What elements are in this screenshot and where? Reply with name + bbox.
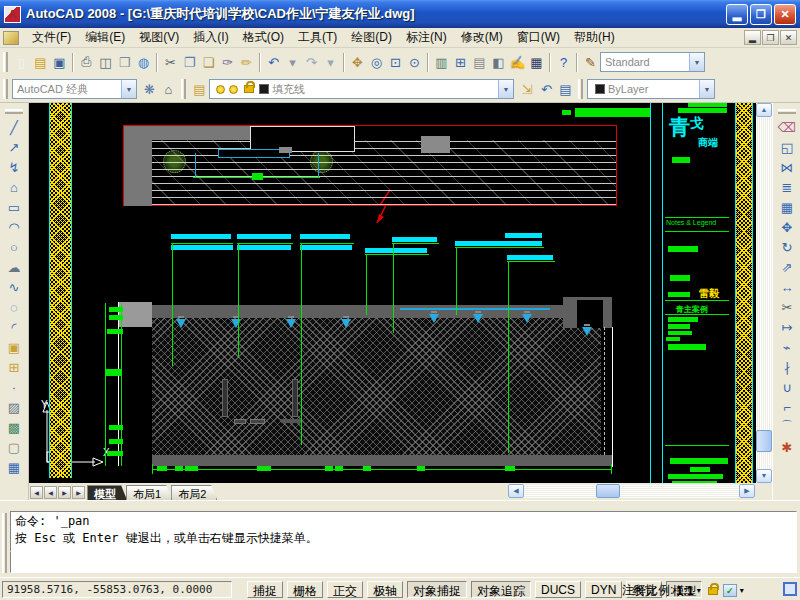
status-toggle[interactable]: 对象捕捉 — [407, 581, 467, 598]
command-window-grip[interactable] — [2, 513, 7, 573]
layer-freeze-icon[interactable] — [229, 85, 238, 94]
layer-previous-icon[interactable]: ↶ — [537, 80, 556, 99]
chevron-down-icon[interactable]: ▼ — [498, 80, 513, 98]
status-toggle[interactable]: 栅格 — [287, 581, 323, 598]
sheetset-manager-icon[interactable]: ◧ — [489, 53, 508, 72]
annotation-scale-value[interactable]: 1:1 — [676, 584, 693, 598]
mdi-restore-button[interactable]: ❐ — [762, 30, 779, 45]
menu-item[interactable]: 插入(I) — [186, 27, 235, 48]
layer-states-icon[interactable]: ▤ — [556, 80, 575, 99]
toolbar-grip[interactable] — [3, 52, 8, 72]
annotation-lock-icon[interactable] — [708, 587, 718, 595]
menu-item[interactable]: 编辑(E) — [78, 27, 132, 48]
cut-icon[interactable]: ✂ — [161, 53, 180, 72]
pan-icon[interactable]: ✥ — [348, 53, 367, 72]
zoom-realtime-icon[interactable]: ◎ — [367, 53, 386, 72]
chevron-down-icon[interactable]: ▼ — [689, 53, 704, 71]
menu-item[interactable]: 绘图(D) — [344, 27, 399, 48]
status-toggle[interactable]: 正交 — [327, 581, 363, 598]
dwf-icon[interactable]: ◍ — [134, 53, 153, 72]
vertical-scrollbar[interactable]: ▲ ▼ — [756, 103, 772, 483]
redo-icon[interactable]: ↷ — [302, 53, 321, 72]
chevron-down-icon[interactable]: ▼ — [121, 80, 136, 98]
toolbar-grip[interactable] — [778, 109, 796, 114]
menu-item[interactable]: 帮助(H) — [567, 27, 622, 48]
restore-button[interactable]: ❐ — [750, 4, 772, 25]
status-toggle[interactable]: DUCS — [535, 581, 581, 598]
layer-properties-icon[interactable]: ▤ — [190, 80, 209, 99]
close-button[interactable]: ✕ — [774, 4, 796, 25]
chevron-down-icon[interactable]: ▾ — [740, 586, 744, 595]
block-editor-icon[interactable]: ✏ — [237, 53, 256, 72]
match-properties-icon[interactable]: ✑ — [218, 53, 237, 72]
move-tool[interactable]: ✥ — [777, 217, 798, 237]
scroll-right-button[interactable]: ▶ — [739, 484, 755, 498]
text-style-icon[interactable]: ✎ — [581, 53, 600, 72]
menu-item[interactable]: 工具(T) — [291, 27, 344, 48]
polygon-tool[interactable]: ⌂ — [4, 177, 25, 197]
rotate-tool[interactable]: ↻ — [777, 237, 798, 257]
menu-item[interactable]: 修改(M) — [454, 27, 510, 48]
erase-tool[interactable]: ⌫ — [777, 117, 798, 137]
command-input[interactable] — [10, 552, 797, 573]
insert-block-tool[interactable]: ▣ — [4, 337, 25, 357]
properties-icon[interactable]: ▥ — [432, 53, 451, 72]
menu-item[interactable]: 文件(F) — [25, 27, 78, 48]
zoom-window-icon[interactable]: ⊡ — [386, 53, 405, 72]
make-block-tool[interactable]: ⊞ — [4, 357, 25, 377]
paste-icon[interactable]: ❏ — [199, 53, 218, 72]
layer-on-icon[interactable] — [216, 85, 225, 94]
chevron-down-icon[interactable]: ▼ — [699, 80, 714, 98]
tab-model[interactable]: 模型 — [87, 485, 127, 500]
trim-tool[interactable]: ✂ — [777, 297, 798, 317]
mdi-close-button[interactable]: ✕ — [780, 30, 797, 45]
toolbar-grip[interactable] — [5, 109, 23, 114]
tab-scroll-button[interactable]: ◀ — [44, 486, 57, 499]
scroll-down-button[interactable]: ▼ — [756, 469, 772, 483]
help-icon[interactable]: ? — [554, 53, 573, 72]
extend-tool[interactable]: ↦ — [777, 317, 798, 337]
tool-palettes-icon[interactable]: ▤ — [470, 53, 489, 72]
scroll-left-button[interactable]: ◀ — [508, 484, 524, 498]
command-splitter[interactable] — [0, 500, 800, 509]
chamfer-tool[interactable]: ⌐ — [777, 397, 798, 417]
status-toggle[interactable]: 极轴 — [367, 581, 403, 598]
toolbar-grip[interactable] — [3, 79, 8, 99]
color-combo[interactable]: ByLayer ▼ — [587, 79, 715, 99]
ellipse-arc-tool[interactable]: ◜ — [4, 317, 25, 337]
hatch-tool[interactable]: ▨ — [4, 397, 25, 417]
stretch-tool[interactable]: ↔ — [777, 277, 798, 297]
layer-combo[interactable]: 填充线 ▼ — [209, 79, 514, 99]
ellipse-tool[interactable]: ◌ — [4, 297, 25, 317]
revision-cloud-tool[interactable]: ☁ — [4, 257, 25, 277]
mirror-tool[interactable]: ⋈ — [777, 157, 798, 177]
drawing-canvas[interactable]: YX 青戈 商端 Notes & Legend 雷毅 青主案例 — [29, 103, 756, 483]
workspace-combo[interactable]: AutoCAD 经典 ▼ — [12, 79, 137, 99]
status-toggle[interactable]: 捕捉 — [247, 581, 283, 598]
clean-screen-button[interactable] — [783, 582, 797, 596]
quickcalc-icon[interactable]: ▦ — [527, 53, 546, 72]
horizontal-scroll-thumb[interactable] — [596, 484, 620, 498]
circle-tool[interactable]: ○ — [4, 237, 25, 257]
save-icon[interactable]: ▣ — [50, 53, 69, 72]
join-tool[interactable]: ∪ — [777, 377, 798, 397]
scale-tool[interactable]: ⇗ — [777, 257, 798, 277]
make-layer-current-icon[interactable]: ⇲ — [518, 80, 537, 99]
break-tool[interactable]: ∤ — [777, 357, 798, 377]
new-icon[interactable]: ▯ — [12, 53, 31, 72]
markup-manager-icon[interactable]: ✍ — [508, 53, 527, 72]
arc-tool[interactable]: ◠ — [4, 217, 25, 237]
vertical-scroll-thumb[interactable] — [756, 430, 772, 452]
status-toggle[interactable]: DYN — [585, 581, 622, 598]
mdi-minimize-button[interactable]: ▂ — [744, 30, 761, 45]
layer-lock-icon[interactable] — [244, 85, 254, 93]
toolbar-grip[interactable] — [181, 79, 186, 99]
point-tool[interactable]: ∙ — [4, 377, 25, 397]
copy-icon[interactable]: ❐ — [180, 53, 199, 72]
undo-icon[interactable]: ↶ — [264, 53, 283, 72]
rectangle-tool[interactable]: ▭ — [4, 197, 25, 217]
minimize-button[interactable]: ▂ — [726, 4, 748, 25]
plot-icon[interactable]: ⎙ — [77, 53, 96, 72]
line-tool[interactable]: ╱ — [4, 117, 25, 137]
designcenter-icon[interactable]: ⊞ — [451, 53, 470, 72]
